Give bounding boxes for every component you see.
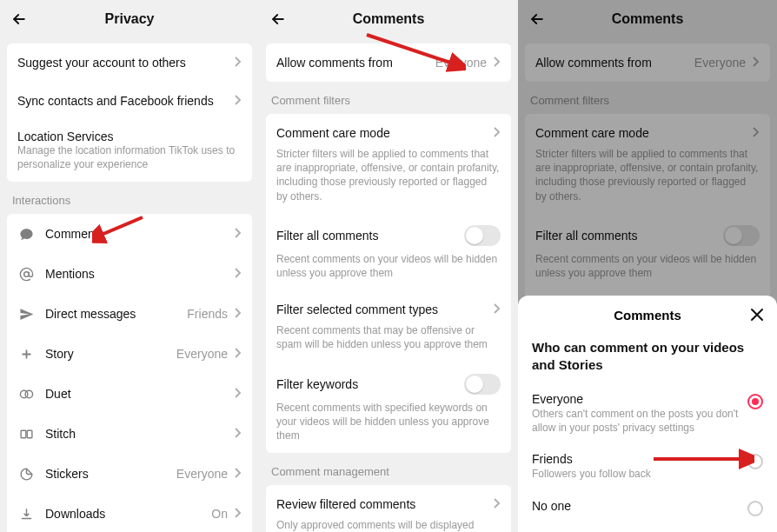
suggest-account-row[interactable]: Suggest your account to others <box>7 43 252 82</box>
sync-contacts-row[interactable]: Sync contacts and Facebook friends <box>7 82 252 120</box>
allow-card-dimmed: Allow comments from Everyone <box>525 43 770 82</box>
option-friends[interactable]: FriendsFollowers you follow back <box>518 443 777 490</box>
filters-card: Comment care mode Stricter filters will … <box>266 114 511 453</box>
comments-pane: Comments Allow comments from Everyone Co… <box>259 0 518 532</box>
filter-all-comments-row: Filter all comments <box>525 214 770 257</box>
option-label: Friends <box>532 452 739 466</box>
sticker-icon <box>17 465 35 482</box>
row-value: Everyone <box>694 56 746 70</box>
allow-comments-from-row[interactable]: Allow comments from Everyone <box>266 43 511 82</box>
row-label: Filter selected comment types <box>276 303 492 316</box>
sheet-title: Comments <box>614 308 681 323</box>
sheet-question: Who can comment on your videos and Stori… <box>518 334 777 383</box>
option-no-one[interactable]: No one <box>518 490 777 525</box>
option-label: No one <box>532 499 739 513</box>
row-label: Stickers <box>45 467 176 481</box>
chevron-right-icon <box>233 506 242 522</box>
care-mode-desc: Stricter filters will be applied to comm… <box>525 147 770 214</box>
chevron-right-icon <box>751 55 760 70</box>
filter-keywords-desc: Recent comments with specified keywords … <box>266 401 511 454</box>
row-value: Friends <box>187 307 228 321</box>
comment-filters-header: Comment filters <box>259 82 518 114</box>
interaction-row-story[interactable]: StoryEveryone <box>7 334 252 374</box>
comment-management-header: Comment management <box>259 453 518 485</box>
send-icon <box>17 305 35 323</box>
row-value: Everyone <box>435 56 487 70</box>
chevron-right-icon <box>233 426 242 442</box>
close-icon <box>750 308 764 322</box>
chevron-right-icon <box>233 466 242 482</box>
option-everyone[interactable]: EveryoneOthers can't comment on the post… <box>518 383 777 443</box>
filter-all-desc: Recent comments on your videos will be h… <box>266 252 511 290</box>
row-label: Mentions <box>45 267 233 281</box>
row-label: Comment care mode <box>535 126 751 140</box>
chevron-right-icon <box>233 386 242 402</box>
chevron-right-icon <box>233 226 242 242</box>
option-desc: Followers you follow back <box>532 468 739 482</box>
chevron-right-icon <box>751 125 760 141</box>
top-card: Suggest your account to others Sync cont… <box>7 43 252 182</box>
comments-sheet: Comments Who can comment on your videos … <box>518 296 777 532</box>
filter-all-comments-row[interactable]: Filter all comments <box>266 214 511 257</box>
row-label: Downloads <box>45 507 211 521</box>
filter-types-row[interactable]: Filter selected comment types <box>266 290 511 329</box>
comments-header: Comments <box>259 0 518 38</box>
comment-care-mode-row[interactable]: Comment care mode <box>266 114 511 152</box>
filter-keywords-row[interactable]: Filter keywords <box>266 362 511 406</box>
row-label: Sync contacts and Facebook friends <box>17 94 233 108</box>
option-desc: Others can't comment on the posts you do… <box>532 408 739 435</box>
filter-types-desc: Recent comments that may be offensive or… <box>266 323 511 362</box>
interaction-row-downloads[interactable]: DownloadsOn <box>7 494 252 532</box>
interaction-row-direct-messages[interactable]: Direct messagesFriends <box>7 294 252 334</box>
back-button <box>527 9 548 30</box>
filter-keywords-toggle[interactable] <box>464 374 501 395</box>
comment-icon <box>17 225 35 243</box>
care-mode-desc: Stricter filters will be applied to comm… <box>266 147 511 214</box>
comments-header-dimmed: Comments <box>518 0 777 38</box>
interaction-row-comments[interactable]: Comments <box>7 214 252 254</box>
row-label: Comment care mode <box>276 126 492 140</box>
svg-point-0 <box>23 272 29 277</box>
row-label: Stitch <box>45 427 233 441</box>
chevron-right-icon <box>233 93 242 109</box>
review-filtered-row[interactable]: Review filtered comments <box>266 485 511 523</box>
close-button[interactable] <box>747 305 767 324</box>
row-value: Everyone <box>176 467 228 481</box>
download-icon <box>17 505 35 522</box>
at-icon <box>17 265 35 283</box>
back-button[interactable] <box>268 9 289 30</box>
sheet-header: Comments <box>518 296 777 334</box>
duet-icon <box>17 385 35 402</box>
row-label: Allow comments from <box>276 56 435 70</box>
interaction-row-duet[interactable]: Duet <box>7 374 252 414</box>
row-label: Review filtered comments <box>276 497 492 511</box>
stitch-icon <box>17 425 35 442</box>
svg-point-2 <box>25 390 32 398</box>
allow-card: Allow comments from Everyone <box>266 43 511 82</box>
chevron-right-icon <box>233 306 242 322</box>
chevron-right-icon <box>233 55 242 70</box>
arrow-left-icon <box>528 10 546 28</box>
filter-all-desc: Recent comments on your videos will be h… <box>525 252 770 290</box>
arrow-left-icon <box>269 10 287 28</box>
back-button[interactable] <box>9 9 30 30</box>
row-label: Story <box>45 347 176 361</box>
page-title: Comments <box>612 11 684 27</box>
chevron-right-icon <box>492 55 501 70</box>
option-label: Everyone <box>532 392 739 406</box>
row-label: Suggest your account to others <box>17 56 233 70</box>
radio-button[interactable] <box>747 394 763 409</box>
comments-pane-sheet: Comments Allow comments from Everyone Co… <box>518 0 777 532</box>
filter-all-toggle[interactable] <box>464 225 501 246</box>
row-label: Allow comments from <box>535 56 694 70</box>
radio-button[interactable] <box>747 501 763 516</box>
row-label: Filter keywords <box>276 377 464 391</box>
interaction-row-stickers[interactable]: StickersEveryone <box>7 454 252 494</box>
row-label: Duet <box>45 387 233 401</box>
radio-button[interactable] <box>747 454 763 469</box>
page-title: Privacy <box>105 11 155 27</box>
page-title: Comments <box>353 11 425 27</box>
interaction-row-mentions[interactable]: Mentions <box>7 254 252 294</box>
interaction-row-stitch[interactable]: Stitch <box>7 414 252 454</box>
comment-filters-header: Comment filters <box>518 82 777 114</box>
